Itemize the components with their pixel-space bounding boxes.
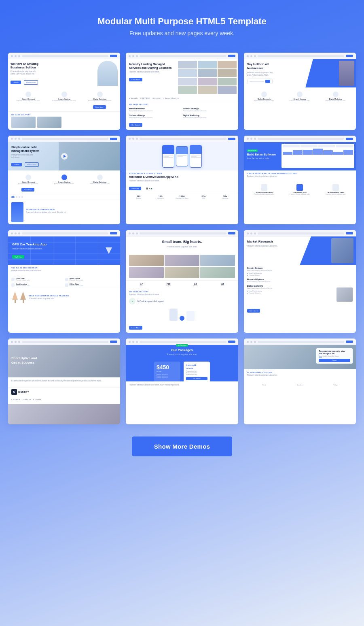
team-stats: 17 Years 765 Projects 12 Offices 32 Team bbox=[126, 280, 238, 289]
phone-mock-2 bbox=[176, 146, 188, 166]
price-period: /month bbox=[157, 370, 178, 373]
start-btn[interactable]: Learn More bbox=[129, 326, 142, 330]
demo-card-market-research[interactable]: Market Research Praevent lobortis vulput… bbox=[244, 230, 356, 333]
hfeat-1: Market Research Praevent lobortis vulput… bbox=[11, 175, 45, 192]
search-bar[interactable] bbox=[247, 79, 273, 84]
team-header: Small team. Big hearts. Praevent loborti… bbox=[126, 236, 238, 253]
phone-mock-1 bbox=[162, 145, 174, 168]
pricing-body-desc: Praevent lobortis vulputate udin amet. N… bbox=[129, 384, 235, 386]
chrome-btn bbox=[346, 55, 353, 57]
app-ui-hero bbox=[126, 142, 238, 170]
succeed-1: Collaborate With Others Praevent loborti… bbox=[247, 184, 281, 196]
tab-guests[interactable]: Guests bbox=[335, 356, 339, 358]
chrome-btn bbox=[110, 232, 117, 234]
feature-desc-2: Praevent lobortis vulputate udin amet. bbox=[47, 100, 81, 102]
service-name: Digital Marketing bbox=[183, 114, 235, 117]
chrome-dot bbox=[18, 232, 20, 234]
vehicle-text: Meet innovation in vehicle tracking Prae… bbox=[29, 295, 69, 302]
s-desc-1: Easy ft fast designing. Praevent loborti… bbox=[247, 270, 353, 272]
demo-card-staffing[interactable]: Industry Leading Managed Services and St… bbox=[126, 53, 238, 130]
tree-trunk bbox=[15, 300, 16, 303]
staffing-text: Industry Leading Managed Services and St… bbox=[126, 59, 176, 96]
demo-card-say-hello[interactable]: Say Hello to allbusinesses Praevent lobo… bbox=[244, 53, 356, 130]
stat bbox=[336, 145, 353, 147]
demo-card-team[interactable]: Small team. Big hearts. Praevent loborti… bbox=[126, 230, 238, 333]
try-free-btn[interactable]: Try It Free bbox=[12, 255, 24, 258]
gps-feat-text-1: Driver Chat Praevent lobortis udin. bbox=[16, 277, 30, 281]
say-hello-desc: Praevent lobortis vulputate udinamet. Nu… bbox=[247, 72, 273, 77]
identity-body: It's difficult to imagine life pre-Inter… bbox=[8, 377, 120, 387]
team-photo-2 bbox=[165, 255, 199, 266]
team-stat-4: 32 Team bbox=[210, 283, 235, 287]
chrome-dot bbox=[129, 138, 131, 140]
chrome-bar bbox=[140, 55, 226, 57]
hfeat-desc-1: Praevent lobortis vulputate udin. bbox=[11, 183, 45, 185]
hotel-demo-btn[interactable]: Watch Demo bbox=[25, 162, 39, 167]
service-desc: Praevent lobortis vulputate udin amet. bbox=[183, 117, 235, 119]
hotel-order-btn[interactable]: Order It bbox=[11, 163, 22, 166]
chrome-dot bbox=[18, 55, 20, 57]
s-title-3: Digital Marketing bbox=[247, 285, 353, 287]
search-btn[interactable]: Search bbox=[319, 359, 350, 362]
tree-trunk bbox=[23, 300, 24, 303]
gps-hero: GPS Car Tracking App Praevent lobortis v… bbox=[8, 236, 120, 265]
demo-card-build-software[interactable]: Recommended Build Better Software Nam. S… bbox=[244, 136, 356, 225]
counter-label: iOS bbox=[194, 198, 213, 199]
play-icon[interactable] bbox=[61, 153, 68, 160]
tab-checkout[interactable]: Check Out bbox=[328, 356, 334, 358]
learn-btn[interactable]: Learn More bbox=[129, 78, 142, 81]
tab-stays[interactable]: Stays bbox=[319, 356, 322, 358]
card-chrome-8 bbox=[126, 230, 238, 236]
location-photos: Paris London Tokyo bbox=[244, 381, 356, 388]
feat-3: Digital Marketing Praevent lobortis vulp… bbox=[319, 92, 353, 102]
hello-person-image bbox=[339, 61, 354, 86]
tab-checkin[interactable]: Check In bbox=[323, 356, 328, 358]
gps-features: Driver Chat Praevent lobortis udin. Spee… bbox=[8, 276, 120, 288]
research-btn[interactable]: Learn More bbox=[247, 309, 260, 313]
plan-pro-btn[interactable]: Get Started bbox=[186, 377, 207, 380]
chrome-dot bbox=[250, 341, 252, 343]
succeed-icon-2 bbox=[296, 184, 303, 191]
dot bbox=[19, 196, 20, 198]
dash-chart bbox=[283, 148, 353, 155]
demo-card-booking[interactable]: Book unique places to stayand things to … bbox=[244, 339, 356, 424]
build-tag: Recommended bbox=[247, 149, 258, 152]
bar bbox=[293, 150, 303, 154]
vehicle-desc: Praevent lobortis vulputate udin. bbox=[29, 298, 69, 300]
photo-cell bbox=[218, 61, 237, 68]
gps-feat-icon-1 bbox=[11, 278, 15, 281]
photo-cell bbox=[198, 78, 217, 85]
show-more-button[interactable]: Show More Demos bbox=[132, 436, 233, 456]
dot bbox=[16, 196, 17, 198]
hfeat-btn-1[interactable]: Read More bbox=[21, 188, 34, 192]
search-submit-btn[interactable] bbox=[265, 80, 270, 83]
service-digital: Digital Marketing Praevent lobortis vulp… bbox=[183, 114, 235, 119]
team-stat-1: 17 Years bbox=[129, 283, 154, 287]
demo-card-gps[interactable]: GPS Car Tracking App Praevent lobortis v… bbox=[8, 230, 120, 333]
bar bbox=[343, 150, 353, 155]
order-btn[interactable]: Order It bbox=[11, 81, 21, 84]
pricing-title: Our Packages bbox=[171, 348, 193, 352]
counter-label: Discounts bbox=[216, 198, 235, 199]
demo-card-identity[interactable]: Short Uplive andGet at Success It's diff… bbox=[8, 339, 120, 424]
demo-card-pricing[interactable]: Our Packages Our Packages Praevent lobor… bbox=[126, 339, 238, 424]
photo-grid bbox=[176, 59, 238, 96]
get-started-btn[interactable]: Get Started bbox=[129, 123, 142, 127]
read-more-btn[interactable]: Read More bbox=[93, 105, 106, 109]
card-chrome-3 bbox=[244, 53, 356, 59]
gps-feat-desc-3: Praevent lobortis udin. bbox=[16, 285, 30, 287]
chrome-dot bbox=[132, 341, 134, 343]
chrome-dot bbox=[18, 138, 20, 140]
demo-card-hotel[interactable]: Simple online hotelmanagement system Pra… bbox=[8, 136, 120, 225]
play-triangle bbox=[63, 155, 66, 158]
plan-features: Feature item hereFeature item hereFeatur… bbox=[157, 374, 178, 379]
app-download-btn[interactable]: Download bbox=[129, 187, 141, 190]
demo-card-mobile-app[interactable]: New Screens & Design System Minimalist &… bbox=[126, 136, 238, 225]
say-hello-title: Say Hello to allbusinesses bbox=[247, 62, 273, 70]
chrome-bar bbox=[258, 138, 344, 140]
watch-btn[interactable]: Watch Demo bbox=[24, 80, 38, 85]
booking-locations: 53 Incredible Location Praevent lobortis… bbox=[244, 369, 356, 381]
demo-card-business-solution[interactable]: We Have an amazingBussiness Solition Pra… bbox=[8, 53, 120, 130]
phone-mock-3 bbox=[190, 145, 202, 168]
delivery-illustration bbox=[126, 307, 238, 323]
